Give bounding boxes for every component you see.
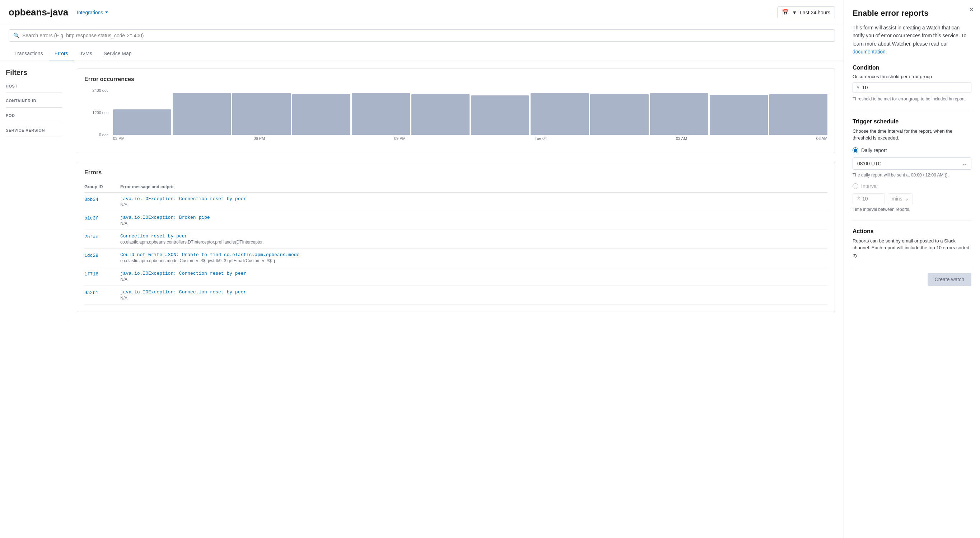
errors-section: Errors Group ID Error message and culpri…: [77, 162, 835, 312]
search-input[interactable]: [22, 33, 830, 38]
x-label-1: 03 PM: [113, 136, 124, 141]
bar-12: [769, 94, 827, 135]
tab-errors[interactable]: Errors: [49, 46, 74, 61]
filter-pod-label: POD: [6, 113, 62, 117]
actions-section: Actions Reports can be sent by email or …: [853, 228, 971, 259]
filter-service-version: SERVICE VERSION: [6, 128, 62, 137]
divider-2: [853, 221, 971, 221]
error-message-4: Could not write JSON: Unable to find co.…: [120, 252, 827, 257]
integrations-label: Integrations: [77, 10, 103, 16]
panel-footer: Create watch: [853, 267, 971, 286]
table-row: 1dc29 Could not write JSON: Unable to fi…: [84, 249, 827, 267]
trigger-description: Choose the time interval for the report,…: [853, 128, 971, 142]
daily-report-label[interactable]: Daily report: [853, 148, 971, 153]
hash-icon: #: [856, 85, 859, 90]
group-id-link-2[interactable]: b1c3f: [84, 216, 99, 221]
interval-label[interactable]: Interval: [853, 183, 971, 189]
chevron-down-icon: ⌄: [905, 196, 909, 202]
filter-service-version-label: SERVICE VERSION: [6, 128, 62, 132]
group-id-link-4[interactable]: 1dc29: [84, 253, 99, 258]
description-text-after: .: [886, 49, 887, 54]
x-label-2: 06 PM: [253, 136, 265, 141]
table-row: 25fae Connection reset by peer co.elasti…: [84, 230, 827, 249]
x-label-3: 09 PM: [394, 136, 406, 141]
daily-report-radio[interactable]: [853, 148, 858, 153]
tab-transactions[interactable]: Transactions: [9, 46, 49, 61]
error-message-3: Connection reset by peer: [120, 233, 827, 239]
time-range-picker[interactable]: 📅 ▼ Last 24 hours: [777, 6, 835, 18]
unit-select[interactable]: mins ⌄: [888, 193, 913, 204]
close-button[interactable]: ✕: [969, 6, 974, 14]
y-label-bot: 0 occ.: [99, 133, 110, 137]
actions-description: Reports can be sent by email or posted t…: [853, 237, 971, 259]
tab-jvms[interactable]: JVMs: [74, 46, 98, 61]
group-id-link-5[interactable]: 1f716: [84, 271, 99, 277]
filters-title: Filters: [6, 68, 62, 77]
chevron-down-icon: [105, 11, 108, 13]
bar-2: [173, 93, 231, 135]
description-text-before: This form will assist in creating a Watc…: [853, 25, 966, 47]
threshold-input-wrap: #: [853, 82, 971, 93]
time-range-label: Last 24 hours: [800, 10, 830, 16]
error-message-1: java.io.IOException: Connection reset by…: [120, 196, 827, 202]
filter-pod: POD: [6, 113, 62, 122]
error-culprit-4: co.elastic.apm.opbeans.model.Customer_$$…: [120, 258, 372, 263]
bar-8: [531, 93, 589, 135]
documentation-link[interactable]: documentation: [853, 49, 886, 54]
bar-11: [710, 95, 768, 135]
time-value: 08:00 UTC: [857, 161, 881, 167]
filter-host: HOST: [6, 84, 62, 93]
bar-7: [471, 95, 529, 135]
error-message-6: java.io.IOException: Connection reset by…: [120, 289, 827, 295]
panel-title: Enable error reports: [853, 9, 971, 18]
error-message-2: java.io.IOException: Broken pipe: [120, 215, 827, 220]
table-row: 3bb34 java.io.IOException: Connection re…: [84, 193, 827, 211]
chart-container: 2400 occ. 1200 occ. 0 occ.: [84, 88, 827, 146]
error-culprit-5: N/A: [120, 277, 372, 282]
group-id-link-6[interactable]: 9a2b1: [84, 290, 99, 295]
interval-value-input[interactable]: [862, 196, 880, 202]
bar-3: [232, 93, 290, 135]
x-labels: 03 PM 06 PM 09 PM Tue 04 03 AM 06 AM: [113, 136, 827, 141]
errors-table: Group ID Error message and culprit 3bb34…: [84, 181, 827, 305]
interval-radio[interactable]: [853, 183, 858, 189]
filter-container-id: CONTAINER ID: [6, 98, 62, 108]
filter-host-label: HOST: [6, 84, 62, 88]
threshold-value-input[interactable]: [862, 85, 967, 90]
group-id-link-1[interactable]: 3bb34: [84, 197, 99, 202]
group-id-link-3[interactable]: 25fae: [84, 234, 99, 240]
time-select[interactable]: 08:00 UTC ⌄: [853, 157, 971, 170]
actions-title: Actions: [853, 228, 971, 235]
interval-row: ⏱ mins ⌄: [853, 193, 971, 204]
chevron-down-icon: ⌄: [963, 161, 967, 167]
filters-sidebar: Filters HOST CONTAINER ID POD SERVICE VE…: [0, 61, 68, 319]
integrations-button[interactable]: Integrations: [74, 8, 111, 17]
trigger-section: Trigger schedule Choose the time interva…: [853, 118, 971, 212]
create-watch-button[interactable]: Create watch: [928, 273, 971, 286]
x-label-5: 03 AM: [676, 136, 687, 141]
search-bar: 🔍: [0, 25, 843, 46]
errors-title: Errors: [84, 169, 827, 176]
filter-container-id-label: CONTAINER ID: [6, 98, 62, 103]
error-message-5: java.io.IOException: Connection reset by…: [120, 271, 827, 276]
right-panel: ✕ Enable error reports This form will as…: [843, 0, 980, 538]
y-label-top: 2400 occ.: [92, 88, 110, 92]
tab-service-map[interactable]: Service Map: [98, 46, 137, 61]
interval-group: Interval: [853, 183, 971, 189]
divider-1: [853, 111, 971, 111]
unit-value: mins: [892, 196, 902, 202]
error-culprit-6: N/A: [120, 295, 372, 301]
interval-text: Interval: [861, 183, 878, 189]
chevron-down-icon: ▼: [792, 10, 797, 16]
daily-report-text: Daily report: [861, 148, 887, 153]
bars-container: [113, 88, 827, 135]
bar-5: [352, 93, 410, 135]
bar-1: [113, 110, 171, 135]
chart-section: Error occurrences 2400 occ. 1200 occ. 0 …: [77, 68, 835, 153]
tab-bar: Transactions Errors JVMs Service Map: [0, 46, 843, 61]
daily-report-group: Daily report: [853, 148, 971, 153]
chart-y-labels: 2400 occ. 1200 occ. 0 occ.: [84, 88, 110, 137]
condition-label: Occurrences threshold per error group: [853, 74, 971, 79]
main-content: Error occurrences 2400 occ. 1200 occ. 0 …: [68, 61, 843, 319]
table-row: 9a2b1 java.io.IOException: Connection re…: [84, 286, 827, 305]
